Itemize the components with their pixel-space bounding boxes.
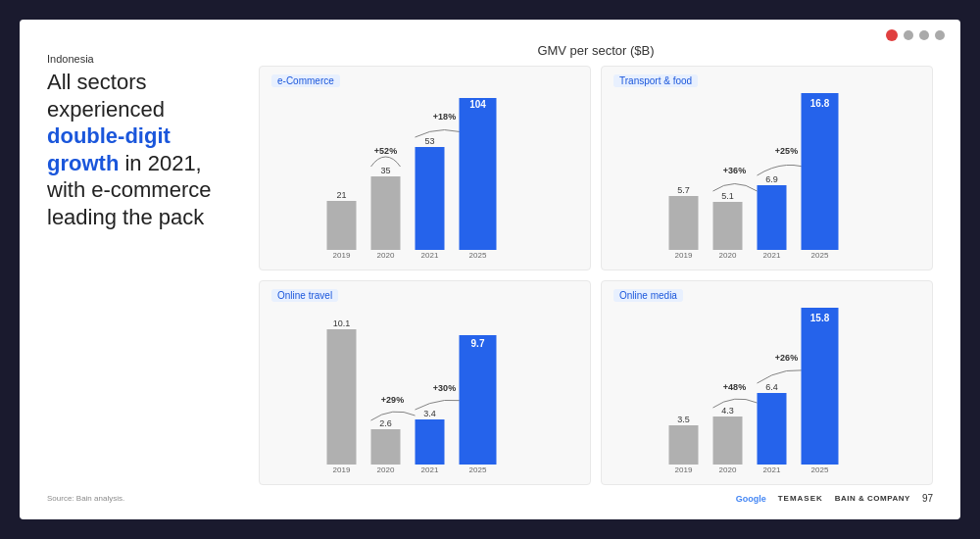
svg-text:2021: 2021 [763, 251, 781, 260]
footer: Source: Bain analysis. Google TEMASEK BA… [47, 493, 933, 504]
bar-media-2021 [758, 393, 787, 465]
svg-text:2021: 2021 [421, 251, 439, 260]
svg-text:6.4: 6.4 [765, 382, 778, 392]
chart-travel: Online travel 10.1 2019 2.6 2020 [259, 280, 591, 485]
svg-text:2025: 2025 [469, 251, 487, 260]
svg-text:+52%: +52% [374, 146, 397, 156]
svg-text:16.8: 16.8 [810, 98, 830, 109]
chart-media: Online media 3.5 2019 4.3 2020 [601, 280, 933, 485]
svg-text:2019: 2019 [333, 251, 351, 260]
svg-text:2020: 2020 [719, 251, 737, 260]
svg-text:2025: 2025 [811, 251, 829, 260]
logo-bain: BAIN & COMPANY [835, 494, 910, 503]
svg-text:5.1: 5.1 [721, 191, 734, 201]
bar-transport-2020 [713, 202, 743, 250]
svg-text:+36%: +36% [723, 166, 746, 175]
right-panel: GMV per sector ($B) e-Commerce 21 2019 [259, 43, 933, 485]
bracket-36 [713, 184, 758, 192]
bar-transport-2025 [802, 93, 839, 250]
svg-text:+25%: +25% [775, 146, 798, 156]
left-panel: Indonesia All sectors experienced double… [47, 43, 243, 485]
bar-travel-2019 [327, 329, 357, 465]
chart-label-media: Online media [613, 289, 683, 302]
bar-travel-2020 [371, 429, 401, 465]
svg-text:2025: 2025 [811, 466, 829, 474]
headline-text-1: All sectors experienced [47, 70, 165, 122]
bar-media-2025 [802, 308, 839, 465]
svg-text:53: 53 [424, 136, 434, 146]
chart-svg-media: 3.5 2019 4.3 2020 +48% 6.4 [613, 308, 920, 478]
chart-label-transport: Transport & food [613, 74, 698, 87]
chart-svg-ecommerce: 21 2019 35 2020 +52% 53 [271, 93, 578, 264]
svg-text:2021: 2021 [421, 466, 439, 474]
svg-text:4.3: 4.3 [721, 406, 734, 416]
slide: Indonesia All sectors experienced double… [20, 20, 960, 519]
svg-text:+18%: +18% [433, 112, 456, 122]
svg-text:6.9: 6.9 [765, 174, 778, 184]
svg-text:5.7: 5.7 [677, 185, 690, 195]
svg-transport: 5.7 2019 5.1 2020 +36% 6.9 [613, 93, 920, 260]
svg-text:2025: 2025 [469, 466, 487, 474]
bar-transport-2019 [669, 196, 699, 250]
svg-text:2020: 2020 [377, 251, 395, 260]
bar-ecommerce-2019 [327, 201, 357, 250]
page-number: 97 [922, 493, 933, 504]
chart-title: GMV per sector ($B) [259, 43, 933, 58]
svg-text:2.6: 2.6 [379, 418, 392, 428]
bar-ecommerce-2020 [371, 176, 401, 250]
svg-text:+48%: +48% [723, 382, 746, 392]
svg-ecommerce: 21 2019 35 2020 +52% 53 [271, 93, 578, 260]
logos: Google TEMASEK BAIN & COMPANY 97 [736, 493, 933, 504]
svg-text:104: 104 [469, 99, 486, 110]
chart-svg-travel: 10.1 2019 2.6 2020 +29% 3.4 [271, 308, 578, 478]
dot-red [886, 29, 898, 41]
chart-transport: Transport & food 5.7 2019 5.1 2020 [601, 66, 933, 270]
bar-media-2019 [669, 425, 699, 465]
source-text: Source: Bain analysis. [47, 494, 124, 503]
svg-text:35: 35 [380, 166, 390, 175]
svg-text:15.8: 15.8 [810, 313, 830, 323]
dot-gray-2 [919, 30, 929, 40]
window-controls [886, 29, 945, 41]
svg-travel: 10.1 2019 2.6 2020 +29% 3.4 [271, 308, 578, 474]
svg-text:2020: 2020 [719, 466, 737, 474]
svg-text:2019: 2019 [675, 466, 693, 474]
svg-text:3.5: 3.5 [677, 415, 690, 424]
bracket-48 [713, 399, 758, 408]
dot-gray-1 [904, 30, 913, 40]
chart-ecommerce: e-Commerce 21 2019 35 2020 [259, 66, 591, 270]
logo-temasek: TEMASEK [778, 494, 823, 503]
svg-media: 3.5 2019 4.3 2020 +48% 6.4 [613, 308, 920, 474]
country-label: Indonesia [47, 53, 243, 65]
bar-ecommerce-2025 [460, 98, 497, 250]
chart-label-ecommerce: e-Commerce [271, 74, 340, 87]
svg-text:+30%: +30% [433, 383, 456, 393]
bar-ecommerce-2021 [416, 147, 445, 250]
svg-text:21: 21 [336, 190, 346, 200]
headline: All sectors experienced double-digit gro… [47, 69, 243, 230]
svg-text:2019: 2019 [333, 466, 351, 474]
svg-text:2021: 2021 [763, 466, 781, 474]
logo-google: Google [736, 494, 766, 504]
svg-text:+26%: +26% [775, 353, 798, 363]
svg-text:10.1: 10.1 [333, 318, 351, 328]
bar-media-2020 [713, 416, 743, 465]
svg-text:3.4: 3.4 [423, 409, 436, 418]
charts-grid: e-Commerce 21 2019 35 2020 [259, 66, 933, 485]
dot-gray-3 [935, 30, 945, 40]
svg-text:9.7: 9.7 [471, 338, 485, 349]
svg-text:2020: 2020 [377, 466, 395, 474]
bar-travel-2025 [460, 335, 497, 465]
svg-text:2019: 2019 [675, 251, 693, 260]
bar-travel-2021 [416, 419, 445, 465]
bar-transport-2021 [758, 185, 787, 250]
chart-svg-transport: 5.7 2019 5.1 2020 +36% 6.9 [613, 93, 920, 264]
bracket-29 [371, 412, 416, 420]
chart-label-travel: Online travel [271, 289, 338, 302]
svg-text:+29%: +29% [381, 395, 404, 405]
